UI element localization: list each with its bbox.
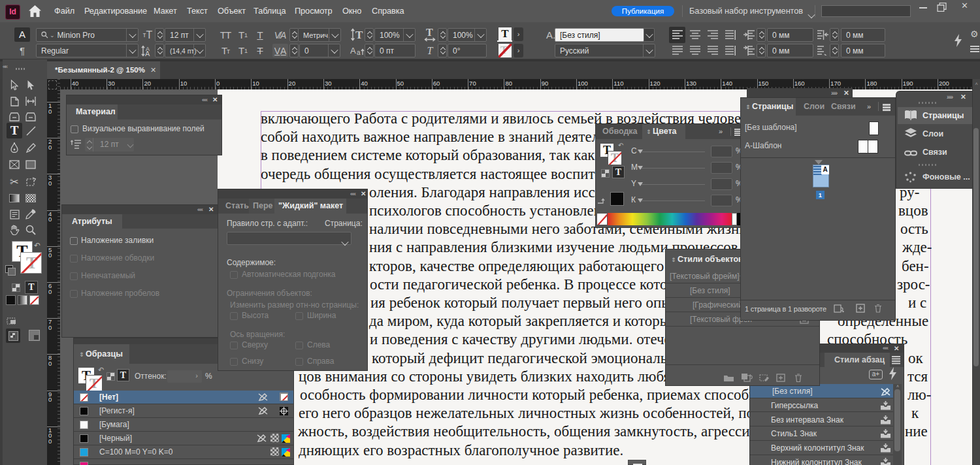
svg-text:A: A bbox=[145, 50, 150, 57]
svg-text:T: T bbox=[426, 27, 433, 38]
svg-text:A: A bbox=[350, 46, 356, 56]
svg-text:a: a bbox=[357, 49, 361, 56]
svg-text:T: T bbox=[355, 29, 363, 41]
